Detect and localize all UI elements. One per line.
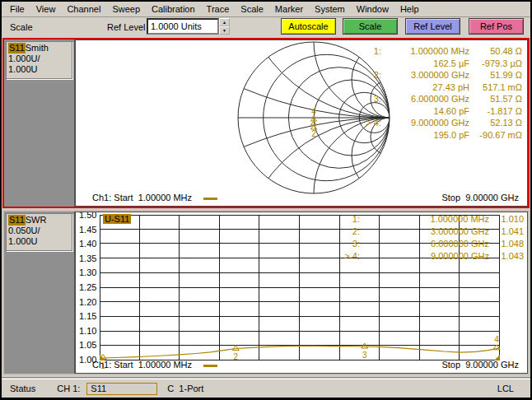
menu-item[interactable]: Trace (207, 4, 230, 14)
scale-button[interactable]: Scale (343, 18, 398, 35)
marker-readout-pair: > 4: 9.000000 GHz 52.13 Ω 195.0 pF -90.6… (348, 117, 522, 141)
marker-number: 3: (327, 238, 360, 250)
marker-frequency: 9.000000 GHz (360, 250, 489, 263)
smith-panel[interactable]: S11Smith 1.000U/ 1.000U 42 1: 1.000000 M… (2, 38, 530, 208)
y-axis-label: 1.35 (79, 254, 99, 263)
marker-reactance: -90.67 mΩ (469, 129, 522, 142)
swr-trace-infobox[interactable]: S11SWR 0.050U/ 1.000U (6, 213, 72, 251)
marker-frequency: 6.000000 GHz (381, 93, 469, 105)
menu-item[interactable]: Window (357, 4, 389, 14)
marker-readout-row: > 4: 9.000000 GHz 52.13 Ω (348, 117, 522, 129)
marker-number: 2: (348, 69, 381, 81)
swr-panel[interactable]: S11SWR 0.050U/ 1.000U 1.501.451.401.351.… (2, 210, 530, 375)
status-bar: Status CH 1: S11 C 1-Port LCL (2, 379, 530, 398)
marker-readout-pair: 2: 3.000000 GHz 51.99 Ω 27.43 pH 517.1 m… (348, 69, 522, 93)
autoscale-button[interactable]: Autoscale (281, 18, 336, 35)
marker-number: > 4: (348, 117, 381, 129)
marker-number: > 4: (327, 250, 360, 263)
marker-frequency: 1.000000 MHz (360, 213, 489, 226)
menu-item[interactable]: Marker (275, 4, 303, 14)
y-axis-label: 1.30 (79, 268, 99, 277)
marker-readout-pair: 3: 6.000000 GHz 51.57 Ω 14.60 pF -1.817 … (348, 93, 522, 117)
y-axis-label: 1.50 (79, 212, 99, 219)
trace-scale-label: 1.000U/ (8, 53, 40, 63)
ref-level-label: Ref Level (107, 22, 145, 32)
svg-text:3: 3 (362, 351, 367, 360)
menu-item[interactable]: View (36, 4, 56, 14)
marker-readout-row: 2: 3.000000 GHz 1.041 (327, 226, 524, 238)
marker-resistance: 50.48 Ω (469, 45, 522, 58)
trace-id-tag: S11 (8, 215, 26, 226)
marker-readout-row: 3: 6.000000 GHz 51.57 Ω (348, 93, 522, 105)
marker-readout-row: 27.43 pH 517.1 mΩ (348, 81, 522, 94)
ref-level-button[interactable]: Ref Level (405, 18, 460, 35)
marker-swr-value: 1.041 (489, 226, 524, 238)
marker-frequency: 9.000000 GHz (381, 117, 469, 129)
marker-equivalent: 27.43 pH (381, 81, 469, 94)
swr-marker-readout: 1: 1.000000 MHz 1.010 2: 3.000000 GHz 1.… (327, 213, 524, 263)
menu-item[interactable]: Calibration (152, 4, 195, 14)
trace-id-tag: S11 (8, 43, 26, 53)
marker-resistance: 51.99 Ω (469, 69, 522, 81)
marker-equivalent: 14.60 pF (381, 105, 469, 118)
marker-frequency: 6.000000 GHz (360, 238, 489, 250)
lcl-indicator: LCL (497, 384, 514, 393)
svg-text:4: 4 (311, 107, 316, 116)
marker-reactance: 517.1 mΩ (469, 81, 522, 94)
marker-readout-pair: 1: 1.000000 MHz 50.48 Ω 162.5 µF -979.3 … (348, 45, 522, 69)
menu-item[interactable]: Channel (67, 4, 100, 14)
smith-plot-area[interactable]: 42 1: 1.000000 MHz 50.48 Ω 162.5 µF -979… (75, 40, 528, 207)
active-trace-box: S11 (86, 383, 157, 395)
cal-status-label: C 1-Port (167, 384, 203, 393)
ref-pos-button[interactable]: Ref Pos (469, 18, 524, 35)
spinner-down-button[interactable]: ▼ (219, 26, 230, 35)
marker-readout-row: > 4: 9.000000 GHz 1.043 (327, 250, 524, 263)
smith-trace-infobox[interactable]: S11Smith 1.000U/ 1.000U (6, 41, 72, 79)
marker-readout-row: 3: 6.000000 GHz 1.048 (327, 238, 524, 250)
menu-item[interactable]: File (10, 4, 25, 14)
y-axis-label: 1.10 (79, 327, 99, 335)
smith-sidebar: S11Smith 1.000U/ 1.000U (4, 40, 75, 207)
trace-ref-label: 1.000U (8, 236, 37, 246)
svg-text:4: 4 (494, 335, 499, 344)
app-window: FileViewChannelSweepCalibrationTraceScal… (0, 0, 532, 400)
menu-item[interactable]: Sweep (112, 4, 140, 14)
y-axis-label: 1.20 (79, 298, 99, 306)
menu-item[interactable]: Scale (240, 4, 264, 14)
y-axis-label: 1.40 (79, 240, 99, 248)
marker-number: 1: (327, 213, 360, 226)
trace-legend-dash (203, 198, 217, 200)
marker-reactance: -1.817 Ω (469, 105, 522, 118)
trace-ref-label: 1.000U (8, 64, 37, 74)
scale-toolbar: Scale Ref Level ▲ ▼ Autoscale Scale Ref … (2, 17, 530, 37)
spinner-up-button[interactable]: ▲ (219, 18, 230, 26)
swr-plot-area[interactable]: 1.501.451.401.351.301.251.201.151.101.05… (75, 212, 528, 374)
marker-readout-row: 2: 3.000000 GHz 51.99 Ω (348, 69, 522, 81)
marker-readout-row: 195.0 pF -90.67 mΩ (348, 129, 522, 142)
swr-sidebar: S11SWR 0.050U/ 1.000U (4, 212, 75, 374)
channel-label: CH 1: (57, 384, 80, 393)
trace-format-label: SWR (26, 215, 47, 225)
marker-resistance: 51.57 Ω (469, 93, 522, 105)
trace-windows: S11Smith 1.000U/ 1.000U 42 1: 1.000000 M… (2, 38, 530, 375)
trace-legend-dash (203, 365, 217, 367)
ref-level-input[interactable] (147, 18, 219, 35)
marker-swr-value: 1.043 (489, 250, 524, 263)
marker-equivalent: 162.5 µF (381, 58, 469, 70)
marker-swr-value: 1.010 (489, 213, 524, 226)
marker-equivalent: 195.0 pF (381, 129, 469, 142)
menu-bar: FileViewChannelSweepCalibrationTraceScal… (2, 2, 530, 17)
marker-resistance: 52.13 Ω (469, 117, 522, 129)
marker-number: 2: (327, 226, 360, 238)
marker-readout-row: 1: 1.000000 MHz 50.48 Ω (348, 45, 522, 58)
marker-reactance: -979.3 µΩ (469, 58, 522, 70)
marker-frequency: 3.000000 GHz (360, 226, 489, 238)
curve-label-tag: U-S11 (103, 214, 131, 224)
marker-swr-value: 1.048 (489, 238, 524, 250)
start-frequency-label: Ch1: Start 1.00000 MHz (92, 360, 217, 370)
menu-item[interactable]: Help (400, 4, 419, 14)
marker-readout-row: 1: 1.000000 MHz 1.010 (327, 213, 524, 226)
menu-item[interactable]: System (315, 4, 345, 14)
marker-frequency: 3.000000 GHz (381, 69, 469, 81)
status-label: Status (10, 384, 35, 393)
